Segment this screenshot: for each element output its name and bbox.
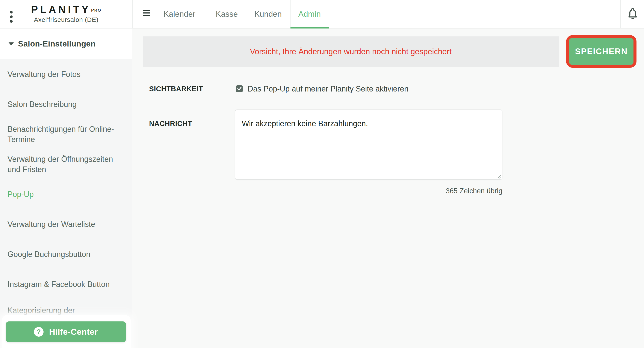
question-mark-icon — [34, 327, 44, 337]
divider — [132, 0, 133, 28]
message-field-label: NACHRICHT — [149, 120, 192, 128]
active-tab-underline — [290, 27, 329, 28]
tab-kunden[interactable]: Kunden — [246, 0, 290, 28]
sidebar-item-benachrichtigungen[interactable]: Benachrichtigungen für Online-Termine — [0, 119, 132, 149]
divider — [329, 0, 329, 28]
hamburger-menu-icon[interactable] — [143, 10, 150, 19]
logo-text: PLANITY — [31, 4, 91, 15]
sidebar-item-warteliste[interactable]: Verwaltung der Warteliste — [0, 209, 132, 239]
sidebar-item-pop-up[interactable]: Pop-Up — [0, 179, 132, 209]
sidebar-section-header[interactable]: Salon-Einstellungen — [0, 28, 132, 59]
chevron-down-icon — [8, 42, 14, 45]
unsaved-changes-text: Vorsicht, Ihre Änderungen wurden noch ni… — [250, 47, 452, 56]
characters-remaining: 365 Zeichen übrig — [235, 187, 502, 195]
sidebar-item-oeffnungszeiten[interactable]: Verwaltung der Öffnungszeiten und Friste… — [0, 149, 132, 179]
divider — [620, 0, 620, 28]
visibility-field-label: SICHTBARKEIT — [149, 85, 203, 93]
help-center-button[interactable]: Hilfe-Center — [6, 322, 126, 342]
notifications-bell-icon[interactable] — [626, 7, 639, 21]
save-button-highlight-ring: SPEICHERN — [566, 35, 636, 68]
unsaved-changes-banner: Vorsicht, Ihre Änderungen wurden noch ni… — [143, 36, 558, 67]
planity-admin-page: PLANITYPRO Axel’friseursalon (DE) Kalend… — [0, 0, 644, 348]
sidebar-item-salon-beschreibung[interactable]: Salon Beschreibung — [0, 89, 132, 119]
help-card: Hilfe-Center — [2, 315, 131, 348]
brand-block: PLANITYPRO Axel’friseursalon (DE) — [0, 3, 132, 23]
top-bar: PLANITYPRO Axel’friseursalon (DE) Kalend… — [0, 0, 644, 28]
sidebar-item-instagram-facebook[interactable]: Instagram & Facebook Button — [0, 269, 132, 299]
popup-message-textarea[interactable]: Wir akzeptieren keine Barzahlungen. — [235, 110, 502, 180]
settings-sidebar: Salon-Einstellungen Verwaltung der Fotos… — [0, 28, 132, 348]
sidebar-section-title: Salon-Einstellungen — [18, 39, 96, 48]
logo-pro-badge: PRO — [91, 8, 101, 12]
sidebar-item-verwaltung-der-fotos[interactable]: Verwaltung der Fotos — [0, 59, 132, 89]
visibility-checkbox-label: Das Pop-Up auf meiner Planity Seite akti… — [248, 84, 408, 93]
visibility-checkbox[interactable] — [236, 85, 243, 92]
tab-kalender[interactable]: Kalender — [151, 0, 208, 28]
planity-logo: PLANITYPRO — [0, 3, 132, 15]
sidebar-item-google-buchungsbutton[interactable]: Google Buchungsbutton — [0, 239, 132, 269]
salon-name: Axel’friseursalon (DE) — [0, 16, 132, 23]
tab-admin[interactable]: Admin — [290, 0, 329, 28]
tab-kasse[interactable]: Kasse — [208, 0, 246, 28]
help-center-label: Hilfe-Center — [49, 327, 98, 337]
save-button[interactable]: SPEICHERN — [569, 38, 634, 65]
